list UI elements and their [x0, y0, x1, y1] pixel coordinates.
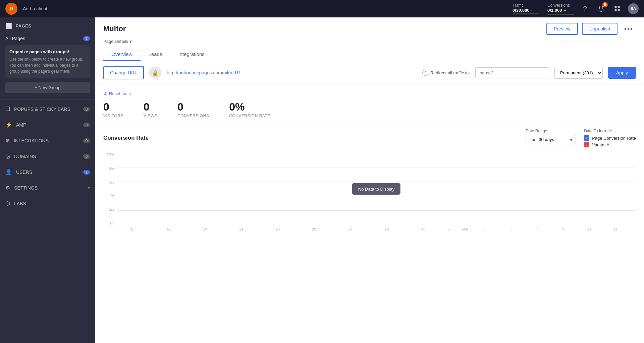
organize-title: Organize pages with groups!	[9, 49, 86, 54]
svg-rect-0	[615, 6, 617, 8]
x-label-9: 9	[562, 227, 564, 231]
date-range-select-wrapper: Last 7 days Last 30 days Last 90 days	[526, 135, 576, 144]
svg-rect-3	[618, 9, 620, 11]
sidebar-item-settings[interactable]: ⚙ SETTINGS ▾	[0, 180, 95, 196]
chart-x-axis: 15 17 19 21 23 25 27 29 31 1 Sep 3 5 7	[117, 225, 636, 233]
tab-overview[interactable]: Overview	[103, 48, 141, 61]
page-details-arrow: ▾	[129, 39, 132, 44]
popups-icon: ❒	[5, 106, 10, 112]
integrations-badge: 0	[83, 138, 90, 143]
sidebar-item-users[interactable]: 👤 USERS 1	[0, 164, 95, 180]
users-icon: 👤	[5, 169, 12, 175]
add-client-link[interactable]: Add a client	[23, 6, 47, 11]
traffic-metric: Traffic 0/30,000	[513, 3, 539, 14]
data-include-group: Data To Include ✓ Page Conversion Rate ✓…	[584, 129, 636, 147]
pages-label: PAGES	[16, 23, 32, 28]
x-label-1: 1	[448, 227, 450, 231]
page-header-top: Multor Preview Unpublish •••	[103, 23, 636, 35]
grid-line-5	[117, 210, 636, 211]
content-area: Multor Preview Unpublish ••• Page Detail…	[95, 17, 644, 343]
labs-icon: ⬡	[5, 200, 10, 207]
sidebar: ⬜ PAGES All Pages 1 Organize pages with …	[0, 17, 95, 343]
conversions-bar	[547, 14, 574, 15]
x-label-13: 13	[613, 227, 617, 231]
conversions-label: CONVERSIONS	[177, 114, 209, 118]
notifications-button[interactable]: 5	[596, 3, 606, 14]
all-pages-title[interactable]: All Pages	[5, 36, 25, 41]
page-title: Multor	[103, 24, 126, 33]
date-range-group: Date Range Last 7 days Last 30 days Last…	[526, 129, 576, 144]
topbar-metrics: Traffic 0/30,000 Conversions 0/1,000 ▾	[513, 3, 574, 15]
sidebar-item-labs[interactable]: ⬡ LABS	[0, 196, 95, 211]
settings-icon: ⚙	[5, 185, 10, 191]
x-label-3: 3	[484, 227, 486, 231]
stat-conversion-rate: 0% CONVERSION RATE	[229, 101, 270, 118]
topbar-actions: ? 5 SA	[580, 3, 639, 14]
change-url-button[interactable]: Change URL	[103, 66, 144, 79]
grid-line-4	[117, 196, 636, 196]
pages-icon: ⬜	[5, 23, 12, 29]
svg-rect-2	[615, 9, 617, 11]
stat-visitors: 0 VISITORS	[103, 101, 123, 118]
x-label-17: 17	[167, 227, 171, 231]
new-group-button[interactable]: + New Group	[5, 82, 90, 93]
apps-button[interactable]	[612, 3, 623, 14]
stat-views: 0 VIEWS	[144, 101, 157, 118]
chart-y-axis: 10% 8% 6% 4% 2% 0%	[103, 153, 117, 233]
variant-a-label: Variant A	[592, 142, 609, 147]
page-header-actions: Preview Unpublish •••	[546, 23, 636, 35]
lock-icon: 🔒	[149, 67, 161, 79]
redirect-input[interactable]	[475, 67, 549, 78]
all-pages-badge: 1	[83, 36, 90, 41]
reset-stats-link[interactable]: ↺ Reset stats	[103, 91, 636, 96]
sidebar-item-amp[interactable]: ⚡ AMP 0	[0, 117, 95, 133]
organize-box: Organize pages with groups! Use the link…	[5, 45, 90, 78]
chart-main: No Data to Display 15 17 19 21 23 25 27 …	[117, 153, 636, 233]
topbar: U Add a client Traffic 0/30,000 Conversi…	[0, 0, 644, 17]
domains-badge: 0	[83, 154, 90, 159]
help-button[interactable]: ?	[580, 3, 590, 14]
chart-title: Conversion Rate	[103, 135, 149, 141]
x-label-11: 11	[587, 227, 591, 231]
settings-arrow: ▾	[88, 186, 90, 190]
app-logo[interactable]: U	[5, 3, 17, 15]
settings-label: SETTINGS	[14, 185, 88, 191]
grid-line-3	[117, 182, 636, 182]
variant-a-checkbox[interactable]: ✓	[584, 142, 589, 147]
sidebar-item-domains[interactable]: ◎ DOMAINS 0	[0, 148, 95, 164]
conversions-metric: Conversions 0/1,000 ▾	[547, 3, 574, 15]
amp-icon: ⚡	[5, 122, 12, 128]
all-pages-header: All Pages 1	[5, 32, 90, 45]
page-header: Multor Preview Unpublish ••• Page Detail…	[95, 17, 644, 61]
conversions-value: 0	[177, 101, 209, 112]
conversions-dropdown-arrow[interactable]: ▾	[564, 8, 566, 13]
visitors-value: 0	[103, 101, 123, 112]
preview-button[interactable]: Preview	[546, 23, 578, 35]
popups-badge: 0	[83, 107, 90, 112]
unpublish-button[interactable]: Unpublish	[582, 23, 618, 35]
more-options-button[interactable]: •••	[622, 24, 636, 34]
integrations-label: INTEGRATIONS	[14, 138, 83, 143]
users-badge: 1	[83, 170, 90, 175]
tab-leads[interactable]: Leads	[141, 48, 170, 61]
user-avatar[interactable]: SA	[628, 3, 639, 14]
y-label-0: 0%	[109, 221, 114, 225]
page-details-link[interactable]: Page Details ▾	[103, 39, 636, 44]
page-conversion-checkbox[interactable]: ✓	[584, 135, 589, 141]
sidebar-item-popups[interactable]: ❒ POPUPS & STICKY BARS 0	[0, 101, 95, 117]
x-label-15a: 15	[130, 227, 134, 231]
conversion-rate-value: 0%	[229, 101, 270, 112]
redirect-label-text: Redirect all traffic to:	[430, 70, 470, 75]
sidebar-item-integrations[interactable]: ⊕ INTEGRATIONS 0	[0, 133, 95, 148]
date-range-select[interactable]: Last 7 days Last 30 days Last 90 days	[526, 135, 576, 144]
redirect-label: ? Redirect all traffic to:	[422, 70, 470, 76]
tab-integrations[interactable]: Integrations	[170, 48, 212, 61]
apply-button[interactable]: Apply	[608, 67, 636, 79]
page-url[interactable]: http://unbouncepages.com/uifeed1/	[167, 70, 240, 75]
y-label-8: 8%	[109, 166, 114, 170]
data-include-variant-a: ✓ Variant A	[584, 142, 636, 147]
redirect-help-icon[interactable]: ?	[422, 70, 428, 76]
redirect-type-select[interactable]: Permanent (301) Temporary (302)	[554, 67, 603, 79]
reset-icon: ↺	[103, 91, 107, 96]
x-label-5: 5	[510, 227, 512, 231]
